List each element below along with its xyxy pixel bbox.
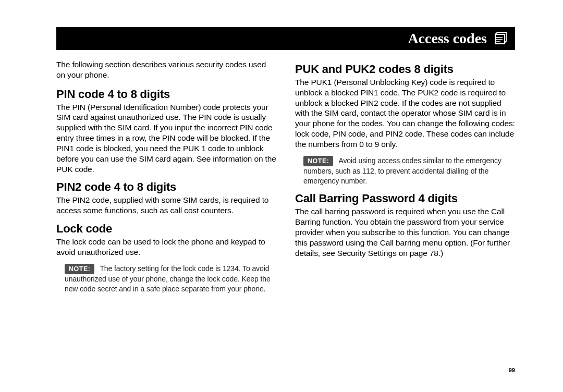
heading-pin-code: PIN code 4 to 8 digits: [56, 88, 276, 101]
manual-page: Access codes The following section descr…: [0, 0, 563, 392]
body-pin-code: The PIN (Personal Identification Number)…: [56, 102, 276, 175]
left-column: The following section describes various …: [56, 59, 276, 300]
header-bar: Access codes: [56, 27, 515, 50]
heading-call-barring: Call Barring Password 4 digits: [295, 192, 515, 205]
note-label: NOTE:: [303, 156, 333, 167]
heading-puk-codes: PUK and PUK2 codes 8 digits: [295, 63, 515, 76]
svg-rect-0: [495, 34, 505, 44]
note-puk-codes: NOTE:Avoid using access codes similar to…: [295, 156, 515, 186]
header-title: Access codes: [408, 30, 487, 47]
heading-pin2-code: PIN2 code 4 to 8 digits: [56, 180, 276, 194]
notes-icon: [492, 31, 508, 46]
page-number: 99: [509, 367, 515, 373]
note-lock-code: NOTE:The factory setting for the lock co…: [56, 264, 276, 293]
body-call-barring: The call barring password is required wh…: [295, 206, 515, 258]
note-label: NOTE:: [65, 264, 94, 275]
intro-text: The following section describes various …: [56, 59, 276, 80]
body-puk-codes: The PUK1 (Personal Unblocking Key) code …: [295, 77, 515, 150]
body-lock-code: The lock code can be used to lock the ph…: [56, 237, 276, 258]
note-text: The factory setting for the lock code is…: [65, 264, 271, 293]
heading-lock-code: Lock code: [56, 222, 276, 236]
right-column: PUK and PUK2 codes 8 digits The PUK1 (Pe…: [295, 59, 515, 300]
content-columns: The following section describes various …: [56, 59, 515, 300]
body-pin2-code: The PIN2 code, supplied with some SIM ca…: [56, 195, 276, 216]
